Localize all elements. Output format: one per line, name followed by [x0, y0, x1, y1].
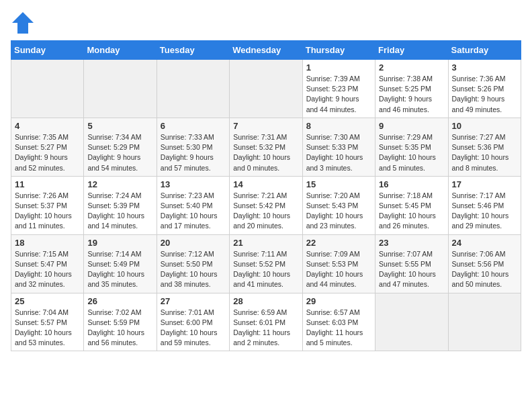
day-info: Sunrise: 7:36 AM Sunset: 5:26 PM Dayligh… — [452, 74, 517, 115]
day-number: 14 — [233, 179, 298, 189]
calendar: SundayMondayTuesdayWednesdayThursdayFrid… — [11, 40, 521, 351]
weekday-header-sunday: Sunday — [11, 41, 84, 60]
calendar-cell — [84, 60, 157, 118]
day-number: 18 — [15, 238, 80, 248]
day-number: 2 — [379, 62, 444, 73]
day-number: 13 — [161, 179, 226, 189]
header — [11, 11, 521, 35]
calendar-cell: 8Sunrise: 7:30 AM Sunset: 5:33 PM Daylig… — [302, 118, 375, 176]
day-info: Sunrise: 7:09 AM Sunset: 5:53 PM Dayligh… — [306, 249, 371, 290]
day-info: Sunrise: 7:17 AM Sunset: 5:46 PM Dayligh… — [452, 191, 517, 232]
day-number: 28 — [233, 296, 298, 306]
calendar-cell: 3Sunrise: 7:36 AM Sunset: 5:26 PM Daylig… — [448, 60, 521, 118]
day-info: Sunrise: 7:23 AM Sunset: 5:40 PM Dayligh… — [161, 191, 226, 232]
calendar-cell: 14Sunrise: 7:21 AM Sunset: 5:42 PM Dayli… — [230, 176, 302, 234]
day-number: 3 — [452, 62, 517, 73]
calendar-cell: 21Sunrise: 7:11 AM Sunset: 5:52 PM Dayli… — [230, 234, 302, 293]
calendar-cell: 20Sunrise: 7:12 AM Sunset: 5:50 PM Dayli… — [157, 234, 229, 293]
calendar-cell: 29Sunrise: 6:57 AM Sunset: 6:03 PM Dayli… — [302, 293, 375, 351]
calendar-cell: 27Sunrise: 7:01 AM Sunset: 6:00 PM Dayli… — [157, 293, 229, 351]
calendar-cell — [230, 60, 302, 118]
day-number: 11 — [15, 179, 80, 189]
weekday-header-wednesday: Wednesday — [230, 41, 302, 60]
day-info: Sunrise: 7:30 AM Sunset: 5:33 PM Dayligh… — [306, 132, 371, 173]
calendar-cell: 28Sunrise: 6:59 AM Sunset: 6:01 PM Dayli… — [230, 293, 302, 351]
day-info: Sunrise: 7:04 AM Sunset: 5:57 PM Dayligh… — [15, 308, 80, 349]
day-number: 19 — [87, 238, 152, 248]
weekday-header-thursday: Thursday — [302, 41, 375, 60]
day-info: Sunrise: 7:20 AM Sunset: 5:43 PM Dayligh… — [306, 191, 371, 232]
calendar-cell — [157, 60, 229, 118]
calendar-cell: 25Sunrise: 7:04 AM Sunset: 5:57 PM Dayli… — [11, 293, 84, 351]
calendar-cell: 24Sunrise: 7:06 AM Sunset: 5:56 PM Dayli… — [448, 234, 521, 293]
calendar-cell — [375, 293, 448, 351]
day-number: 5 — [87, 121, 152, 131]
day-info: Sunrise: 7:24 AM Sunset: 5:39 PM Dayligh… — [87, 191, 152, 232]
day-info: Sunrise: 7:27 AM Sunset: 5:36 PM Dayligh… — [452, 132, 517, 173]
day-number: 15 — [306, 179, 371, 189]
day-number: 16 — [379, 179, 444, 189]
calendar-week-2: 4Sunrise: 7:35 AM Sunset: 5:27 PM Daylig… — [11, 118, 521, 176]
day-number: 7 — [233, 121, 298, 131]
weekday-header-monday: Monday — [84, 41, 157, 60]
calendar-body: 1Sunrise: 7:39 AM Sunset: 5:23 PM Daylig… — [11, 60, 521, 351]
day-info: Sunrise: 7:31 AM Sunset: 5:32 PM Dayligh… — [233, 132, 298, 173]
day-info: Sunrise: 7:33 AM Sunset: 5:30 PM Dayligh… — [161, 132, 226, 173]
calendar-cell: 7Sunrise: 7:31 AM Sunset: 5:32 PM Daylig… — [230, 118, 302, 176]
day-number: 20 — [161, 238, 226, 248]
day-info: Sunrise: 7:12 AM Sunset: 5:50 PM Dayligh… — [161, 249, 226, 290]
day-info: Sunrise: 7:34 AM Sunset: 5:29 PM Dayligh… — [87, 132, 152, 173]
weekday-header-saturday: Saturday — [448, 41, 521, 60]
day-info: Sunrise: 6:57 AM Sunset: 6:03 PM Dayligh… — [306, 308, 371, 349]
day-number: 8 — [306, 121, 371, 131]
day-number: 6 — [161, 121, 226, 131]
calendar-cell: 10Sunrise: 7:27 AM Sunset: 5:36 PM Dayli… — [448, 118, 521, 176]
calendar-cell: 12Sunrise: 7:24 AM Sunset: 5:39 PM Dayli… — [84, 176, 157, 234]
calendar-cell: 4Sunrise: 7:35 AM Sunset: 5:27 PM Daylig… — [11, 118, 84, 176]
calendar-cell: 2Sunrise: 7:38 AM Sunset: 5:25 PM Daylig… — [375, 60, 448, 118]
day-number: 17 — [452, 179, 517, 189]
logo — [11, 11, 39, 35]
calendar-cell: 1Sunrise: 7:39 AM Sunset: 5:23 PM Daylig… — [302, 60, 375, 118]
day-info: Sunrise: 7:14 AM Sunset: 5:49 PM Dayligh… — [87, 249, 152, 290]
calendar-week-5: 25Sunrise: 7:04 AM Sunset: 5:57 PM Dayli… — [11, 293, 521, 351]
calendar-week-4: 18Sunrise: 7:15 AM Sunset: 5:47 PM Dayli… — [11, 234, 521, 293]
day-info: Sunrise: 7:21 AM Sunset: 5:42 PM Dayligh… — [233, 191, 298, 232]
day-info: Sunrise: 7:11 AM Sunset: 5:52 PM Dayligh… — [233, 249, 298, 290]
day-number: 1 — [306, 62, 371, 73]
day-info: Sunrise: 7:07 AM Sunset: 5:55 PM Dayligh… — [379, 249, 444, 290]
day-number: 21 — [233, 238, 298, 248]
day-number: 29 — [306, 296, 371, 306]
calendar-week-3: 11Sunrise: 7:26 AM Sunset: 5:37 PM Dayli… — [11, 176, 521, 234]
day-number: 27 — [161, 296, 226, 306]
day-info: Sunrise: 7:38 AM Sunset: 5:25 PM Dayligh… — [379, 74, 444, 115]
day-info: Sunrise: 7:02 AM Sunset: 5:59 PM Dayligh… — [87, 308, 152, 349]
day-info: Sunrise: 7:15 AM Sunset: 5:47 PM Dayligh… — [15, 249, 80, 290]
weekday-row: SundayMondayTuesdayWednesdayThursdayFrid… — [11, 41, 521, 60]
day-number: 24 — [452, 238, 517, 248]
calendar-cell: 23Sunrise: 7:07 AM Sunset: 5:55 PM Dayli… — [375, 234, 448, 293]
day-number: 25 — [15, 296, 80, 306]
day-number: 23 — [379, 238, 444, 248]
day-info: Sunrise: 7:01 AM Sunset: 6:00 PM Dayligh… — [161, 308, 226, 349]
calendar-week-1: 1Sunrise: 7:39 AM Sunset: 5:23 PM Daylig… — [11, 60, 521, 118]
calendar-cell: 15Sunrise: 7:20 AM Sunset: 5:43 PM Dayli… — [302, 176, 375, 234]
day-info: Sunrise: 7:39 AM Sunset: 5:23 PM Dayligh… — [306, 74, 371, 115]
day-info: Sunrise: 7:18 AM Sunset: 5:45 PM Dayligh… — [379, 191, 444, 232]
calendar-cell: 18Sunrise: 7:15 AM Sunset: 5:47 PM Dayli… — [11, 234, 84, 293]
calendar-cell: 26Sunrise: 7:02 AM Sunset: 5:59 PM Dayli… — [84, 293, 157, 351]
day-info: Sunrise: 7:29 AM Sunset: 5:35 PM Dayligh… — [379, 132, 444, 173]
calendar-header: SundayMondayTuesdayWednesdayThursdayFrid… — [11, 41, 521, 60]
calendar-cell: 19Sunrise: 7:14 AM Sunset: 5:49 PM Dayli… — [84, 234, 157, 293]
day-number: 12 — [87, 179, 152, 189]
day-info: Sunrise: 7:26 AM Sunset: 5:37 PM Dayligh… — [15, 191, 80, 232]
day-info: Sunrise: 7:35 AM Sunset: 5:27 PM Dayligh… — [15, 132, 80, 173]
calendar-cell: 16Sunrise: 7:18 AM Sunset: 5:45 PM Dayli… — [375, 176, 448, 234]
day-number: 26 — [87, 296, 152, 306]
day-number: 4 — [15, 121, 80, 131]
day-info: Sunrise: 7:06 AM Sunset: 5:56 PM Dayligh… — [452, 249, 517, 290]
day-number: 10 — [452, 121, 517, 131]
day-info: Sunrise: 6:59 AM Sunset: 6:01 PM Dayligh… — [233, 308, 298, 349]
weekday-header-friday: Friday — [375, 41, 448, 60]
calendar-cell: 11Sunrise: 7:26 AM Sunset: 5:37 PM Dayli… — [11, 176, 84, 234]
